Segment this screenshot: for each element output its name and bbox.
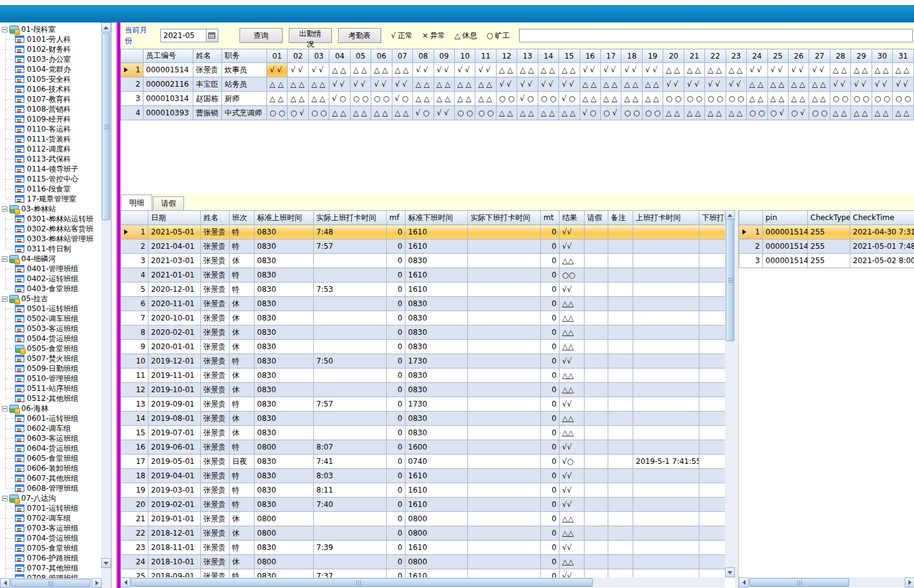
detail-cell[interactable]: 特 — [230, 483, 255, 498]
row-header[interactable]: 17 — [121, 455, 148, 469]
column-header[interactable]: 实际上班打卡时间 — [314, 211, 387, 225]
day-status-cell[interactable]: ○√ — [767, 106, 788, 120]
detail-cell[interactable] — [585, 354, 608, 369]
day-column-header[interactable]: 15 — [559, 49, 580, 63]
tree-item[interactable]: 0510-管理班组 — [1, 374, 101, 383]
detail-cell[interactable] — [633, 555, 699, 569]
day-status-cell[interactable]: △△ — [684, 106, 704, 120]
detail-cell[interactable] — [585, 282, 608, 297]
detail-cell[interactable] — [585, 254, 608, 268]
day-status-cell[interactable]: △△ — [392, 63, 412, 77]
detail-cell[interactable] — [608, 541, 633, 555]
detail-cell[interactable]: 0 — [541, 354, 560, 369]
tree-item[interactable]: 0113-武保科 — [1, 154, 101, 164]
tree-item[interactable]: 0507-焚火班组 — [1, 354, 101, 364]
tree-scroll-thumb[interactable] — [102, 33, 110, 220]
detail-cell[interactable] — [608, 426, 633, 440]
day-status-cell[interactable]: △△ — [663, 63, 684, 77]
row-header[interactable]: 19 — [121, 483, 148, 498]
day-status-cell[interactable]: △△ — [726, 63, 746, 77]
day-status-cell[interactable]: △△ — [267, 92, 288, 106]
detail-cell[interactable] — [468, 383, 541, 397]
day-column-header[interactable]: 31 — [893, 49, 914, 63]
detail-cell[interactable] — [585, 397, 608, 412]
tree-item[interactable]: 0501-运转班组 — [1, 304, 101, 314]
collapse-toggle-icon[interactable] — [2, 296, 7, 302]
detail-cell[interactable]: 0830 — [255, 340, 314, 354]
detail-cell[interactable]: 0830 — [406, 426, 468, 440]
tree-item[interactable]: 0702-调车组 — [1, 513, 101, 523]
day-status-cell[interactable]: √○ — [392, 92, 412, 106]
day-column-header[interactable]: 07 — [392, 49, 412, 63]
detail-cell[interactable]: 7:48 — [314, 225, 387, 239]
detail-cell[interactable] — [468, 426, 541, 440]
detail-cell[interactable]: 0 — [541, 311, 560, 325]
detail-cell[interactable] — [314, 340, 387, 354]
employee-id-cell[interactable]: 000010393 — [143, 106, 193, 120]
employee-title-cell[interactable]: 厨师 — [222, 92, 267, 106]
detail-cell[interactable]: 0830 — [255, 426, 314, 440]
detail-cell[interactable]: △△ — [560, 426, 585, 440]
detail-cell[interactable]: 2020-10-01 — [148, 311, 201, 325]
day-status-cell[interactable]: △△ — [767, 92, 788, 106]
tree-item[interactable]: 0706-护路班组 — [1, 553, 101, 563]
detail-cell[interactable] — [585, 225, 608, 239]
detail-cell[interactable]: △△ — [560, 311, 585, 325]
tree-item[interactable]: 0512-其他班组 — [1, 393, 101, 403]
detail-cell[interactable] — [585, 440, 608, 455]
column-header[interactable]: 职务 — [222, 49, 267, 63]
column-header[interactable]: 标准上班时间 — [255, 211, 314, 225]
detail-cell[interactable]: 张景贵 — [201, 325, 230, 340]
detail-cell[interactable] — [699, 254, 726, 268]
day-status-cell[interactable]: △△ — [851, 63, 872, 77]
tree-item[interactable]: 0402-运转班组 — [1, 274, 101, 284]
detail-cell[interactable] — [314, 555, 387, 569]
check-cell[interactable]: 000001514 — [763, 225, 808, 239]
detail-cell[interactable]: 2019-10-01 — [148, 383, 201, 397]
tree-item[interactable]: 0509-日勤班组 — [1, 364, 101, 374]
detail-cell[interactable]: 0 — [541, 340, 560, 354]
detail-cell[interactable]: 0 — [387, 225, 406, 239]
detail-cell[interactable]: 休 — [230, 412, 255, 426]
column-header[interactable]: 结果 — [560, 211, 585, 225]
detail-cell[interactable]: 0 — [387, 325, 406, 340]
detail-cell[interactable]: √√ — [560, 440, 585, 455]
detail-cell[interactable] — [633, 569, 699, 578]
day-column-header[interactable]: 29 — [851, 49, 872, 63]
detail-cell[interactable]: 0830 — [255, 498, 314, 512]
column-header[interactable]: 下班打卡时间 — [699, 211, 726, 225]
detail-cell[interactable] — [314, 297, 387, 311]
row-header[interactable]: 4 — [121, 268, 148, 282]
detail-cell[interactable]: 0830 — [255, 225, 314, 239]
day-column-header[interactable]: 06 — [371, 49, 392, 63]
day-status-cell[interactable]: △△ — [893, 106, 914, 120]
detail-cell[interactable]: 张景贵 — [201, 340, 230, 354]
detail-cell[interactable] — [633, 254, 699, 268]
day-status-cell[interactable]: △△ — [517, 106, 538, 120]
detail-cell[interactable]: 休 — [230, 311, 255, 325]
row-header[interactable]: 3 — [121, 92, 143, 106]
detail-cell[interactable] — [468, 412, 541, 426]
detail-cell[interactable]: 张景贵 — [201, 440, 230, 455]
detail-cell[interactable] — [585, 369, 608, 383]
day-column-header[interactable]: 23 — [726, 49, 746, 63]
detail-cell[interactable] — [585, 412, 608, 426]
detail-cell[interactable]: 0 — [387, 483, 406, 498]
detail-cell[interactable]: 0 — [387, 440, 406, 455]
tree-item[interactable]: 0606-装卸班组 — [1, 463, 101, 473]
detail-cell[interactable] — [699, 512, 726, 526]
day-status-cell[interactable]: √√ — [434, 106, 454, 120]
day-status-cell[interactable]: △△ — [559, 106, 580, 120]
row-header[interactable]: 12 — [121, 383, 148, 397]
day-status-cell[interactable]: √√ — [288, 63, 308, 77]
detail-cell[interactable]: 7:50 — [314, 354, 387, 369]
detail-cell[interactable] — [633, 512, 699, 526]
detail-cell[interactable]: 0 — [541, 469, 560, 483]
day-status-cell[interactable]: △△ — [872, 63, 892, 77]
detail-cell[interactable]: 0 — [541, 268, 560, 282]
row-header[interactable]: 24 — [121, 555, 148, 569]
day-status-cell[interactable]: ○○ — [371, 92, 392, 106]
detail-cell[interactable]: 0830 — [406, 340, 468, 354]
column-header[interactable]: 姓名 — [193, 49, 222, 63]
detail-cell[interactable]: √√ — [560, 569, 585, 578]
